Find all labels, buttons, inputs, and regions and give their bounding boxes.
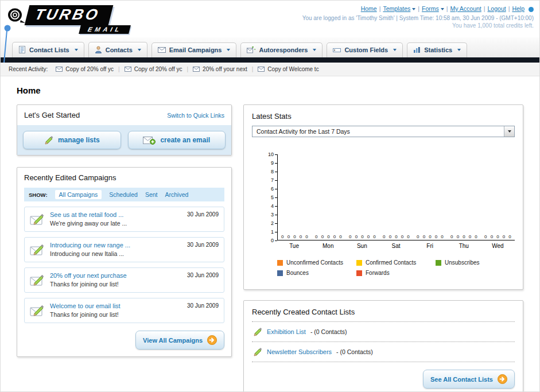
recent-activity-item-label: Copy of 20% off yc xyxy=(134,66,182,72)
help-bubble-icon xyxy=(529,7,534,12)
x-axis-label: Sat xyxy=(379,243,413,249)
campaign-edit-icon xyxy=(30,274,45,286)
pencil-icon xyxy=(253,347,262,356)
chart-bar-group: 00000 xyxy=(278,154,312,240)
tab-statistics[interactable]: Statistics xyxy=(407,42,467,57)
tab-email-campaigns[interactable]: Email Campaigns xyxy=(151,42,237,57)
get-started-panel: Let's Get Started Switch to Quick Links … xyxy=(17,104,232,156)
recent-activity-item[interactable]: Copy of 20% off yc xyxy=(125,66,182,72)
arrow-circle-icon xyxy=(207,335,217,345)
campaign-filter-all-campaigns[interactable]: All Campaigns xyxy=(55,190,102,199)
forwards-swatch xyxy=(356,270,362,276)
envelope-icon xyxy=(125,67,131,72)
get-started-body: manage lists create an email xyxy=(17,125,231,155)
confirmed-contacts-swatch xyxy=(356,260,362,266)
top-link-templates[interactable]: Templates xyxy=(383,5,415,12)
legend-label: Unsubscribes xyxy=(445,259,480,266)
chart-value-labels: 00000 xyxy=(481,234,515,239)
contact-lists-title: Recently Created Contact Lists xyxy=(252,308,515,322)
main-content: Home Let's Get Started Switch to Quick L… xyxy=(1,76,539,392)
campaign-subtitle: Thanks for joining our list! xyxy=(50,311,121,318)
chart-value-labels: 00000 xyxy=(345,234,379,239)
chevron-down-icon xyxy=(393,49,397,51)
envelope-plus-icon xyxy=(143,136,156,145)
chart-bar-group: 00000 xyxy=(379,154,413,240)
tab-custom-fields[interactable]: Custom Fields xyxy=(327,42,403,57)
x-axis-label: Mon xyxy=(311,243,345,249)
chart-y-axis: 109876543210 xyxy=(265,154,277,240)
top-link-forms[interactable]: Forms xyxy=(422,5,444,12)
recent-activity-label: Recent Activity: xyxy=(9,66,48,72)
chart-value-labels: 00000 xyxy=(413,234,447,239)
campaign-row[interactable]: Introducing our new range ...Introducing… xyxy=(24,237,224,262)
campaign-filterbar: SHOW: All CampaignsScheduledSentArchived xyxy=(24,188,224,201)
unsubscribes-swatch xyxy=(436,260,441,266)
campaign-edit-icon xyxy=(30,243,45,256)
manage-lists-label: manage lists xyxy=(58,136,100,144)
tab-autoresponders[interactable]: Autoresponders xyxy=(240,42,323,57)
chart-plot-area: 00000000000000000000000000000000000 xyxy=(277,154,515,240)
recent-contact-lists-panel: Recently Created Contact Lists Exhibitio… xyxy=(243,300,523,392)
campaign-title-link[interactable]: Introducing our new range ... xyxy=(50,242,130,249)
campaign-filter-scheduled[interactable]: Scheduled xyxy=(109,191,138,198)
campaign-row[interactable]: 20% off your next purchaseThanks for joi… xyxy=(24,267,224,293)
campaign-row[interactable]: See us at the retail food ...We're givin… xyxy=(24,207,224,232)
top-link-home[interactable]: Home xyxy=(361,5,377,12)
recent-activity-item[interactable]: Copy of Welcome tc xyxy=(258,66,318,72)
recent-activity-item[interactable]: 20% off your next xyxy=(193,66,247,72)
campaign-filter-sent[interactable]: Sent xyxy=(145,191,158,198)
tab-contacts[interactable]: Contacts xyxy=(88,42,147,57)
legend-item: Forwards xyxy=(356,270,436,276)
chevron-down-icon xyxy=(227,49,230,51)
statistics-icon xyxy=(413,46,421,53)
top-link-help[interactable]: Help xyxy=(512,5,525,12)
chart-bar-group: 00000 xyxy=(447,154,481,240)
credits-info: You have 1,000 total credits left. xyxy=(302,22,534,29)
legend-item: Bounces xyxy=(277,270,356,276)
contact-lists-icon xyxy=(18,46,26,53)
create-email-button[interactable]: create an email xyxy=(128,131,226,149)
campaign-row[interactable]: Welcome to our email listThanks for join… xyxy=(24,298,224,323)
campaign-title-link[interactable]: Welcome to our email list xyxy=(50,302,121,309)
recent-campaigns-panel: Recently Edited Campaigns SHOW: All Camp… xyxy=(17,167,232,357)
campaign-date: 30 Jun 2009 xyxy=(187,302,219,309)
top-link-my-account[interactable]: My Account xyxy=(450,5,481,12)
chart-legend: Unconfirmed ContactsConfirmed ContactsUn… xyxy=(277,259,515,280)
chart-value-labels: 00000 xyxy=(447,234,481,239)
campaign-edit-icon xyxy=(30,213,45,226)
switch-to-quick-links[interactable]: Switch to Quick Links xyxy=(167,112,224,119)
x-axis-label: Wed xyxy=(481,243,515,249)
top-link-logout[interactable]: Logout xyxy=(488,5,506,12)
contact-list-detail: - (0 Contacts) xyxy=(310,328,347,335)
get-started-title: Let's Get Started xyxy=(24,111,80,119)
manage-lists-button[interactable]: manage lists xyxy=(23,131,121,149)
show-label: SHOW: xyxy=(29,192,48,198)
campaign-date: 30 Jun 2009 xyxy=(187,211,219,218)
campaign-filter-archived[interactable]: Archived xyxy=(165,191,188,198)
tab-contact-lists[interactable]: Contact Lists xyxy=(12,42,84,57)
recent-activity-item[interactable]: Copy of 20% off yc xyxy=(56,66,114,72)
legend-label: Forwards xyxy=(366,270,390,276)
view-all-campaigns-button[interactable]: View All Campaigns xyxy=(135,331,224,350)
chevron-down-icon xyxy=(313,49,316,51)
contact-list-name-link[interactable]: Exhibition List xyxy=(267,328,306,335)
chevron-down-icon xyxy=(457,49,461,51)
stats-range-select[interactable]: Contact Activity for the Last 7 Days xyxy=(252,126,515,137)
campaign-title-link[interactable]: See us at the retail food ... xyxy=(50,211,127,218)
chart-bar-group: 00000 xyxy=(481,154,515,240)
logo-pointer-decoration xyxy=(2,25,11,64)
chevron-down-icon xyxy=(441,8,444,10)
create-email-label: create an email xyxy=(160,136,210,144)
contact-list-name-link[interactable]: Newsletter Subscribers xyxy=(267,348,332,355)
envelope-icon xyxy=(258,67,265,72)
login-info: You are logged in as 'Timothy Smith' | S… xyxy=(302,15,534,21)
chart-value-labels: 00000 xyxy=(312,234,345,239)
chart-bar-group: 00000 xyxy=(345,154,379,240)
right-column: Latest Stats Contact Activity for the La… xyxy=(243,104,523,392)
nav-divider-bar xyxy=(1,57,539,63)
see-all-contact-lists-button[interactable]: See All Contact Lists xyxy=(423,370,515,389)
campaign-title-link[interactable]: 20% off your next purchase xyxy=(50,272,127,279)
x-axis-label: Tue xyxy=(277,243,311,249)
dashboard-columns: Let's Get Started Switch to Quick Links … xyxy=(17,104,523,392)
contact-lists-actions: See All Contact Lists xyxy=(252,370,515,389)
